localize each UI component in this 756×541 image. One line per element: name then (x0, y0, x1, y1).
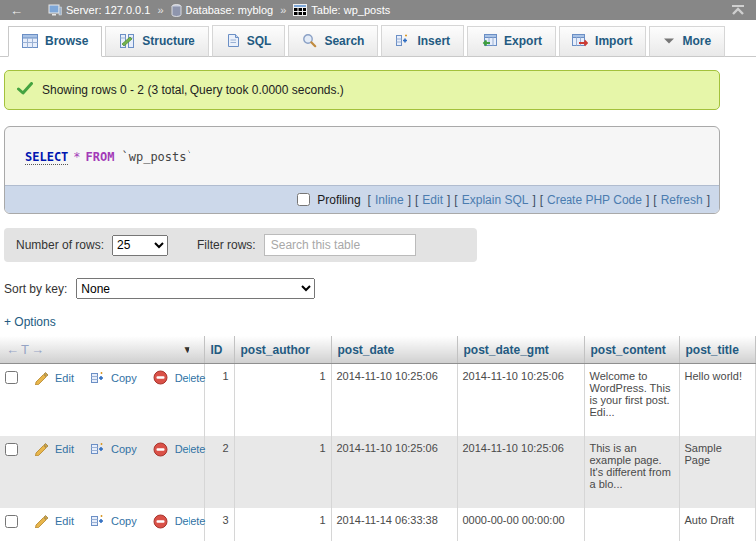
sql-query-text: SELECT*FROM`wp_posts` (5, 127, 719, 185)
copy-row-link[interactable]: Copy (111, 443, 137, 455)
row-checkbox[interactable] (5, 443, 18, 456)
column-header-id[interactable]: ID (204, 336, 234, 364)
breadcrumb: ← Server: 127.0.0.1 » Database: myblog »… (0, 0, 756, 20)
search-icon (302, 33, 317, 48)
sql-keyword-select[interactable]: SELECT (25, 150, 68, 165)
collapse-top-icon[interactable] (730, 4, 746, 16)
sql-query-box: SELECT*FROM`wp_posts` Profiling [Inline]… (4, 126, 720, 214)
delete-row-link[interactable]: Delete (175, 443, 206, 455)
tab-bar: Browse Structure SQL Search Insert Expor… (0, 20, 756, 57)
column-header-post-author[interactable]: post_author (234, 336, 331, 364)
number-of-rows-label: Number of rows: (16, 238, 104, 252)
profiling-toggle[interactable]: Profiling (293, 190, 360, 209)
rows-per-page-select[interactable]: 25 (112, 235, 168, 256)
sql-keyword-from: FROM (86, 150, 115, 164)
create-php-code-link[interactable]: Create PHP Code (547, 193, 642, 207)
tab-browse[interactable]: Browse (8, 26, 102, 57)
results-table: ←T→ ▼ ID post_author post_date post_date… (0, 336, 756, 541)
breadcrumb-database[interactable]: Database: myblog (171, 4, 274, 17)
delete-icon (153, 514, 170, 529)
header-row: ←T→ ▼ ID post_author post_date post_date… (0, 336, 756, 364)
row-checkbox[interactable] (5, 515, 18, 528)
explain-sql-link[interactable]: Explain SQL (462, 193, 529, 207)
column-header-post-date[interactable]: post_date (331, 336, 457, 364)
edit-pencil-icon (33, 371, 50, 385)
sql-toolbar: Profiling [Inline] [Edit] [Explain SQL] … (5, 185, 719, 213)
tab-more[interactable]: More (649, 26, 725, 57)
options-toggle[interactable]: + Options (4, 315, 56, 329)
edit-row-link[interactable]: Edit (55, 443, 74, 455)
cell-post-author: 1 (234, 508, 331, 541)
edit-row-link[interactable]: Edit (55, 515, 74, 527)
cell-post-date: 2014-11-10 10:25:06 (331, 436, 457, 508)
sort-caret-icon[interactable]: ▼ (183, 344, 192, 355)
profiling-checkbox[interactable] (297, 193, 310, 206)
cell-post-author: 1 (234, 364, 331, 436)
tab-structure[interactable]: Structure (105, 26, 208, 57)
row-actions: Edit Copy Delete (0, 508, 204, 541)
cell-post-date: 2014-11-14 06:33:38 (331, 508, 457, 541)
delete-row-link[interactable]: Delete (175, 372, 206, 384)
edit-pencil-icon (33, 442, 50, 456)
success-message: Showing rows 0 - 2 (3 total, Query took … (4, 70, 720, 110)
refresh-link[interactable]: Refresh (661, 193, 703, 207)
cell-post-title: Auto Draft (679, 508, 756, 541)
cell-post-content: Welcome to WordPress. This is your first… (584, 364, 679, 436)
row-actions: Edit Copy Delete (0, 436, 204, 508)
sql-icon (226, 33, 240, 48)
tab-export[interactable]: Export (467, 26, 556, 57)
actions-header: ←T→ ▼ (0, 336, 204, 364)
import-icon (572, 34, 588, 48)
copy-icon (90, 442, 106, 456)
row-actions: Edit Copy Delete (0, 364, 204, 436)
database-icon (171, 4, 182, 17)
sql-table-name: `wp_posts` (122, 150, 193, 164)
sort-bar: Sort by key: None (4, 278, 756, 299)
inline-link[interactable]: Inline (375, 193, 404, 207)
tab-sql[interactable]: SQL (212, 25, 286, 57)
sort-by-key-label: Sort by key: (4, 282, 67, 296)
cell-post-date-gmt: 2014-11-10 10:25:06 (457, 364, 584, 436)
edit-row-link[interactable]: Edit (55, 372, 74, 384)
row-checkbox[interactable] (5, 371, 18, 384)
sort-by-key-select[interactable]: None (76, 278, 315, 299)
cell-id: 1 (204, 364, 234, 436)
copy-icon (90, 371, 106, 385)
filter-rows-label: Filter rows: (197, 238, 256, 252)
table-row: Edit Copy Delete 2 1 2014-11-10 10:25:06… (0, 436, 756, 508)
swap-axis-control[interactable]: ←T→ (6, 342, 46, 357)
edit-query-link[interactable]: Edit (422, 193, 443, 207)
filter-rows-input[interactable] (264, 234, 416, 256)
delete-icon (153, 442, 170, 457)
copy-icon (90, 514, 106, 528)
cell-post-date-gmt: 0000-00-00 00:00:00 (457, 508, 584, 541)
delete-row-link[interactable]: Delete (175, 515, 206, 527)
back-arrow-icon[interactable]: ← (10, 3, 23, 18)
copy-row-link[interactable]: Copy (111, 515, 137, 527)
cell-post-author: 1 (234, 436, 331, 508)
cell-post-date: 2014-11-10 10:25:06 (331, 364, 457, 436)
column-header-post-date-gmt[interactable]: post_date_gmt (457, 336, 584, 364)
table-row: Edit Copy Delete 3 1 2014-11-14 06:33:38… (0, 508, 756, 541)
cell-post-title: Sample Page (679, 436, 756, 508)
cell-post-content (584, 508, 679, 541)
tab-insert[interactable]: Insert (381, 25, 464, 57)
breadcrumb-separator: » (157, 4, 163, 16)
delete-icon (153, 370, 170, 385)
cell-post-content: This is an example page. It's different … (584, 436, 679, 508)
table-icon (293, 4, 307, 16)
tab-search[interactable]: Search (288, 25, 378, 57)
tab-import[interactable]: Import (559, 26, 646, 57)
column-header-post-title[interactable]: post_title (679, 336, 756, 364)
structure-icon (119, 34, 135, 48)
export-icon (481, 34, 497, 48)
table-row: Edit Copy Delete 1 1 2014-11-10 10:25:06… (0, 364, 756, 436)
cell-post-title: Hello world! (679, 364, 756, 436)
breadcrumb-table[interactable]: Table: wp_posts (293, 4, 390, 16)
server-icon (48, 4, 62, 17)
column-header-post-content[interactable]: post_content (584, 336, 679, 364)
cell-id: 3 (204, 508, 234, 541)
breadcrumb-server[interactable]: Server: 127.0.0.1 (48, 4, 150, 17)
breadcrumb-separator: » (280, 4, 286, 16)
copy-row-link[interactable]: Copy (111, 372, 137, 384)
